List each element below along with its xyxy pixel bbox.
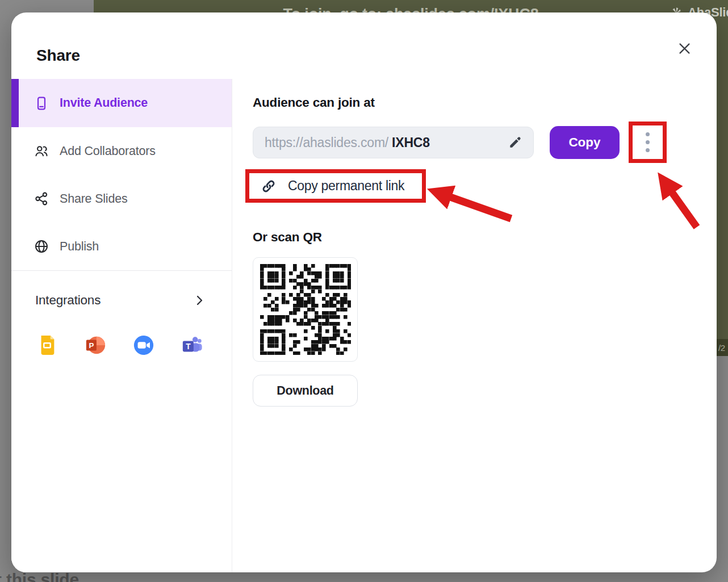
more-options-button[interactable] (642, 129, 653, 156)
google-slides-icon[interactable] (36, 334, 58, 356)
active-indicator-bar (11, 79, 19, 127)
modal-title: Share (36, 47, 80, 65)
join-url-field[interactable]: https://ahaslides.com/ IXHC8 (253, 127, 534, 158)
dot (646, 140, 650, 144)
sidebar-item-invite-audience[interactable]: Invite Audience (11, 79, 232, 127)
close-icon (677, 41, 692, 56)
users-icon (34, 144, 49, 158)
close-button[interactable] (671, 35, 697, 61)
integration-apps: P T (11, 334, 232, 356)
sidebar-item-label: Share Slides (60, 192, 128, 206)
svg-text:T: T (186, 342, 191, 351)
sidebar-item-integrations[interactable]: Integrations (11, 283, 232, 317)
qr-code-image (260, 264, 351, 355)
download-qr-button[interactable]: Download (253, 375, 358, 407)
sidebar-item-label: Publish (60, 240, 99, 254)
share-modal-header: Share (11, 12, 717, 79)
join-url-code: IXHC8 (392, 135, 430, 150)
sidebar-item-add-collaborators[interactable]: Add Collaborators (11, 127, 232, 175)
smartphone-icon (34, 96, 49, 111)
arrow-to-more-options (672, 192, 697, 227)
copy-permanent-link-button[interactable]: Copy permanent link (249, 173, 422, 199)
zoom-icon[interactable] (133, 334, 154, 356)
sidebar-divider (11, 270, 232, 271)
pencil-icon (508, 135, 522, 150)
join-heading: Audience can join at (253, 95, 375, 110)
qr-heading: Or scan QR (253, 230, 322, 245)
annotation-highlight-permanent-link: Copy permanent link (245, 169, 426, 203)
dot (646, 132, 650, 136)
svg-text:P: P (89, 341, 94, 350)
share-sidebar: Invite Audience Add Collaborators Share … (11, 79, 232, 572)
annotation-highlight-more-options (629, 122, 667, 163)
arrow-to-permanent-link (450, 197, 511, 219)
globe-icon (34, 239, 49, 254)
microsoft-teams-icon[interactable]: T (181, 334, 203, 356)
sidebar-item-label: Add Collaborators (60, 144, 156, 158)
sidebar-item-share-slides[interactable]: Share Slides (11, 175, 232, 223)
copy-permanent-link-label: Copy permanent link (288, 178, 404, 194)
sidebar-item-publish[interactable]: Publish (11, 223, 232, 270)
link-icon (261, 179, 276, 194)
copy-button[interactable]: Copy (550, 126, 620, 159)
integrations-label: Integrations (35, 293, 101, 308)
edit-link-button[interactable] (507, 135, 523, 150)
sidebar-item-label: Invite Audience (60, 96, 148, 110)
share-nodes-icon (34, 191, 49, 206)
chevron-right-icon (193, 294, 206, 307)
qr-code-container (253, 257, 358, 362)
powerpoint-icon[interactable]: P (85, 334, 106, 356)
dot (646, 148, 650, 152)
share-modal: Share Invite Audience Add Collaborators (11, 12, 717, 572)
join-url-prefix: https://ahaslides.com/ (265, 135, 388, 150)
join-url-row: https://ahaslides.com/ IXHC8 Copy (253, 126, 620, 159)
